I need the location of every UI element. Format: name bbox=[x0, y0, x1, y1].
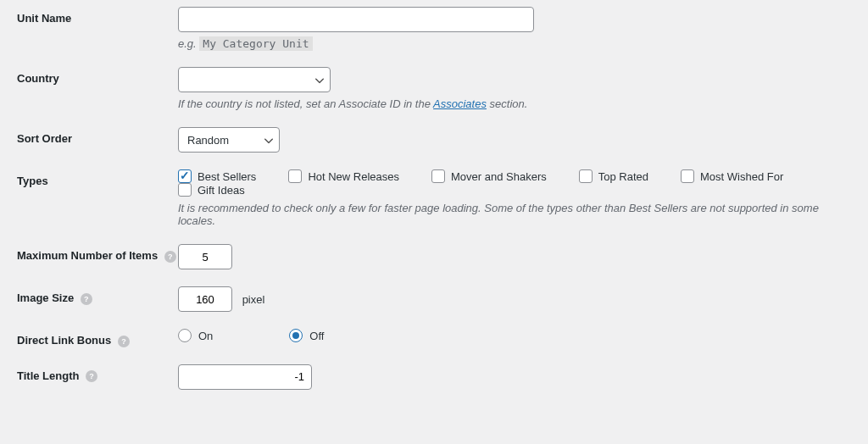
image-size-unit: pixel bbox=[242, 293, 265, 306]
image-size-label: Image Size ? bbox=[17, 286, 178, 305]
types-checkbox[interactable] bbox=[288, 169, 302, 183]
types-checkbox[interactable] bbox=[178, 169, 192, 183]
direct-link-on-label: On bbox=[198, 330, 213, 342]
direct-link-off-radio[interactable] bbox=[289, 329, 303, 342]
types-checkbox[interactable] bbox=[579, 169, 593, 183]
country-select[interactable] bbox=[178, 67, 331, 92]
types-label: Types bbox=[17, 169, 178, 187]
associates-link[interactable]: Associates bbox=[433, 97, 487, 110]
max-items-input[interactable] bbox=[178, 244, 232, 269]
types-checkbox-label: Top Rated bbox=[598, 170, 648, 183]
sort-order-label: Sort Order bbox=[17, 127, 178, 145]
unit-name-input[interactable] bbox=[178, 7, 534, 32]
info-icon[interactable]: ? bbox=[81, 293, 92, 305]
max-items-label: Maximum Number of Items ? bbox=[17, 244, 178, 263]
types-checkbox-label: Hot New Releases bbox=[308, 170, 399, 183]
types-checkbox-label: Mover and Shakers bbox=[451, 170, 547, 183]
title-length-input[interactable] bbox=[178, 364, 312, 390]
types-checkbox[interactable] bbox=[431, 169, 445, 183]
image-size-input[interactable] bbox=[178, 286, 232, 312]
title-length-label: Title Length ? bbox=[17, 364, 178, 383]
direct-link-off-label: Off bbox=[309, 330, 324, 342]
direct-link-bonus-label: Direct Link Bonus ? bbox=[17, 329, 178, 347]
types-checkbox-label: Gift Ideas bbox=[198, 184, 245, 197]
unit-name-help: e.g. My Category Unit bbox=[178, 37, 851, 50]
sort-order-select[interactable]: Random bbox=[178, 127, 280, 153]
types-checkbox[interactable] bbox=[178, 183, 192, 197]
info-icon[interactable]: ? bbox=[164, 251, 176, 263]
types-checkbox-label: Best Sellers bbox=[198, 170, 256, 183]
country-label: Country bbox=[17, 67, 178, 85]
info-icon[interactable]: ? bbox=[118, 336, 130, 347]
country-help: If the country is not listed, set an Ass… bbox=[178, 97, 851, 110]
info-icon[interactable]: ? bbox=[86, 370, 97, 382]
unit-name-label: Unit Name bbox=[17, 7, 178, 25]
types-checkbox-label: Most Wished For bbox=[700, 170, 783, 183]
direct-link-on-radio[interactable] bbox=[178, 329, 192, 342]
types-checkbox[interactable] bbox=[681, 169, 694, 183]
types-help: It is recommended to check only a few fo… bbox=[178, 202, 851, 227]
